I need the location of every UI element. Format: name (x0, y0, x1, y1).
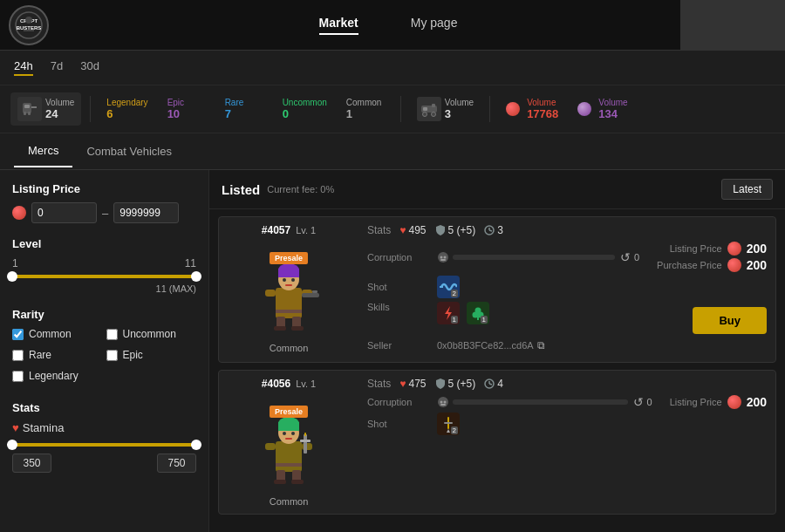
uncommon-checkbox[interactable] (106, 329, 118, 340)
copy-icon[interactable]: ⧉ (537, 339, 545, 351)
skill1-icon: 1 (437, 302, 460, 324)
header: CRYPT BUSTERS Market My page (0, 0, 785, 51)
rarity-epic[interactable]: Epic (106, 349, 197, 361)
divider3 (489, 96, 490, 122)
cat-common[interactable]: Common 1 (339, 93, 392, 125)
card-4056-sprite (254, 414, 324, 493)
cat-merc[interactable]: Volume 24 (10, 92, 81, 126)
svg-point-65 (438, 397, 448, 407)
main-area: Listing Price – Level 1 11 11 (MAX) Rari (0, 170, 785, 532)
tabs-row: Mercs Combat Vehicles (0, 133, 785, 170)
skills-icons: 1 1 (437, 302, 493, 324)
rare-checkbox[interactable] (12, 350, 24, 361)
svg-rect-27 (312, 290, 317, 293)
nav-market[interactable]: Market (319, 16, 358, 35)
cat-vol-red[interactable]: Volume 17768 (499, 93, 565, 125)
shield-val2: 5 (+5) (448, 378, 476, 390)
time-30d[interactable]: 30d (80, 59, 99, 76)
svg-line-33 (489, 230, 492, 231)
common-label: Common (29, 328, 72, 340)
refresh-corruption-btn2[interactable]: ↺ (633, 395, 644, 409)
card-4057-hp: ♥ 495 (399, 224, 426, 236)
clock-svg2 (484, 379, 495, 389)
category-row: Volume 24 Legendary 6 Epic 10 Rare 7 Unc… (0, 85, 785, 133)
merc-vol-label: Volume (45, 98, 74, 107)
time-24h[interactable]: 24h (14, 59, 33, 76)
listing-price-section: Listing Price – (12, 182, 196, 223)
card-4056-stats: Stats ♥ 475 5 (+5) 4 (367, 378, 767, 390)
stats-thumb-min[interactable] (7, 440, 17, 450)
corruption-bar-area2: ↺ 0 (437, 395, 652, 409)
corruption-bar2 (453, 399, 628, 405)
svg-rect-60 (274, 480, 286, 484)
level-range-labels: 1 11 (12, 257, 196, 269)
svg-marker-71 (447, 429, 450, 433)
rare-label-cb: Rare (29, 349, 51, 361)
svg-rect-58 (304, 433, 306, 436)
rarity-rare[interactable]: Rare (12, 349, 103, 361)
rarity-common[interactable]: Common (12, 328, 103, 340)
refresh-corruption-btn[interactable]: ↺ (620, 250, 631, 264)
svg-rect-24 (265, 290, 276, 297)
level-thumb-min[interactable] (7, 271, 17, 282)
rarity-uncommon[interactable]: Uncommon (106, 328, 197, 340)
svg-point-13 (431, 113, 435, 117)
buy-btn-4057[interactable]: Buy (693, 307, 767, 334)
tab-combat[interactable]: Combat Vehicles (72, 136, 186, 167)
tab-mercs[interactable]: Mercs (14, 135, 72, 167)
card-4056: #4056 Lv. 1 Presale (218, 370, 776, 515)
rarity-legendary[interactable]: Legendary (12, 370, 103, 382)
svg-rect-14 (432, 104, 435, 107)
shield-svg (435, 224, 446, 236)
cat-epic[interactable]: Epic 10 (160, 93, 213, 125)
stat-name: Stamina (23, 421, 65, 434)
seller-label: Seller (367, 340, 437, 351)
vol-purple-count: 134 (598, 107, 627, 120)
level-thumb-max[interactable] (191, 271, 201, 282)
svg-rect-54 (265, 443, 276, 450)
stats-thumb-max[interactable] (191, 440, 201, 450)
price-max-input[interactable] (113, 202, 179, 223)
level-max-label: 11 (MAX) (12, 283, 196, 294)
purchase-price-row: Purchase Price 200 (657, 258, 767, 272)
svg-point-12 (422, 113, 427, 117)
card-4056-lv: Lv. 1 (296, 379, 316, 389)
listed-info: Listed Current fee: 0% (222, 182, 334, 197)
svg-rect-68 (440, 404, 446, 406)
shot-num: 2 (451, 290, 458, 297)
nav-mypage[interactable]: My page (411, 16, 458, 35)
listing-gem-icon (727, 242, 741, 256)
card-4056-corruption-row: Corruption ↺ 0 Listing Price (367, 395, 767, 409)
sort-button[interactable]: Latest (721, 179, 773, 200)
legendary-checkbox[interactable] (12, 371, 24, 382)
cat-legendary[interactable]: Legendary 6 (99, 93, 154, 125)
svg-point-35 (440, 256, 443, 258)
clock-val2: 4 (497, 378, 503, 390)
card-4056-hp: ♥ 475 (399, 378, 426, 390)
card-4057-stat-label: Stats (367, 224, 391, 236)
skill2-num: 1 (481, 316, 488, 324)
cat-vol-purple[interactable]: Volume 134 (570, 93, 634, 125)
listing-gem-icon2 (727, 395, 741, 409)
hp-val2: 475 (408, 378, 426, 390)
skill1-num: 1 (451, 316, 458, 324)
svg-rect-21 (285, 284, 292, 286)
cat-rare[interactable]: Rare 7 (218, 93, 270, 125)
header-right (680, 0, 785, 50)
epic-label-cb: Epic (123, 349, 143, 361)
card-4057-header: #4057 Lv. 1 (262, 224, 316, 236)
vehicle-vol-label: Volume (445, 98, 474, 107)
clock-svg (484, 225, 495, 235)
time-7d[interactable]: 7d (51, 59, 63, 76)
rarity-title: Rarity (12, 308, 196, 321)
svg-rect-59 (276, 463, 302, 467)
cat-uncommon[interactable]: Uncommon 0 (276, 93, 334, 125)
svg-rect-61 (291, 480, 304, 484)
cat-vehicle[interactable]: Volume 3 (410, 92, 481, 126)
card-4057-seller-row: Seller 0x0b8B3FCe82...cd6A ⧉ (367, 339, 767, 351)
price-min-input[interactable] (31, 202, 97, 223)
epic-checkbox[interactable] (106, 350, 118, 361)
svg-text:BUSTERS: BUSTERS (17, 25, 42, 31)
common-checkbox[interactable] (12, 329, 24, 340)
level-max-val: 11 (185, 257, 196, 269)
